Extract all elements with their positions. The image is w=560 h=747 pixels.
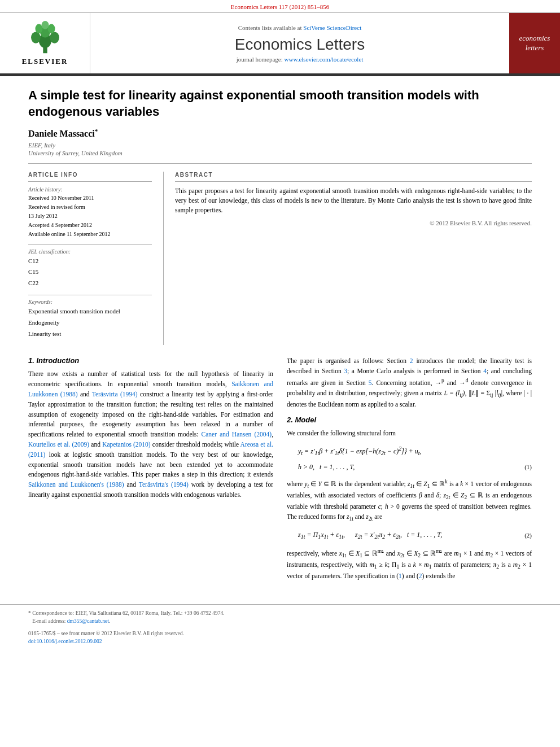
eq2-text: z1t = Π1x1t + ε1t, z2t = x′2tπ2 + ε2t, t… <box>298 529 442 542</box>
abstract-label: Abstract <box>175 172 532 178</box>
intro-paragraph: There now exists a number of statistical… <box>28 369 273 500</box>
svg-point-6 <box>47 24 55 33</box>
journal-title: Economics Letters <box>102 36 498 54</box>
svg-point-5 <box>35 24 42 33</box>
sec4-link[interactable]: 4 <box>483 368 487 374</box>
keyword-3: Linearity test <box>28 329 152 340</box>
jel-c22: C22 <box>28 278 152 289</box>
date-3: 13 July 2012 <box>28 212 152 221</box>
author-sup: * <box>95 128 98 134</box>
model-intro: We consider the following structural for… <box>287 429 532 439</box>
sec3-link[interactable]: 3 <box>344 368 347 374</box>
author-name: Daniele Massacci* <box>28 128 532 139</box>
intro-heading: 1. Introduction <box>28 356 273 365</box>
eq2-number-label: (2) <box>524 530 532 541</box>
sec2-link[interactable]: 2 <box>410 357 413 364</box>
elsevier-logo-section: ELSEVIER <box>0 13 90 73</box>
eq1-number-label: (1) <box>524 462 532 473</box>
elsevier-label: ELSEVIER <box>22 57 68 66</box>
model-para-3: respectively, where x1t ∈ X1 ⊆ ℝm₁ and x… <box>287 547 532 582</box>
keywords-list: Exponential smooth transition model Endo… <box>28 306 152 339</box>
keywords-group: Keywords: Exponential smooth transition … <box>28 299 152 339</box>
jel-divider <box>28 244 152 245</box>
date-4: Accepted 4 September 2012 <box>28 221 152 230</box>
body-columns: 1. Introduction There now exists a numbe… <box>28 356 532 587</box>
abstract-divider <box>175 181 532 182</box>
journal-header: ELSEVIER Contents lists available at Sci… <box>0 13 560 75</box>
doi-link[interactable]: doi:10.1016/j.econlet.2012.09.002 <box>28 639 102 644</box>
eq1-ref[interactable]: 1 <box>399 573 402 579</box>
footnote-license: 0165-1765/$ – see front matter © 2012 El… <box>28 630 532 637</box>
keyword-2: Endogeneity <box>28 317 152 329</box>
svg-point-3 <box>50 32 59 43</box>
journal-badge: economics letters <box>509 13 560 73</box>
info-divider <box>28 181 152 182</box>
equation-2-block: z1t = Π1x1t + ε1t, z2t = x′2tπ2 + ε2t, t… <box>298 529 532 542</box>
footnote-doi: doi:10.1016/j.econlet.2012.09.002 <box>28 637 532 645</box>
abstract-text: This paper proposes a test for linearity… <box>175 186 532 216</box>
journal-title-section: Contents lists available at SciVerse Sci… <box>90 13 509 73</box>
equation-1-block: yt = z′1tβ + z′1tδ{1 − exp[−h(z2t − c)2]… <box>298 444 532 473</box>
jel-codes: C12 C15 C22 <box>28 256 152 289</box>
keyword-1: Exponential smooth transition model <box>28 306 152 317</box>
history-dates: Received 10 November 2011 Received in re… <box>28 194 152 239</box>
jel-group: JEL classification: C12 C15 C22 <box>28 248 152 289</box>
footnote-email: E-mail address: dm355@cantab.net. <box>28 617 532 625</box>
article-footer: * Correspondence to: EIEF, Via Sallustia… <box>0 604 560 650</box>
sciverse-line: Contents lists available at SciVerse Sci… <box>102 24 498 31</box>
model-heading: 2. Model <box>287 416 532 424</box>
citation-text: Economics Letters 117 (2012) 851–856 <box>231 3 329 10</box>
article-title: A simple test for linearity against expo… <box>28 88 532 120</box>
terasvirta2-link[interactable]: Teräsvirta's (1994) <box>139 481 189 488</box>
badge-line1: economics <box>519 34 550 43</box>
title-divider <box>28 163 532 164</box>
kapetanios-link[interactable]: Kapetanios (2010) <box>102 441 151 448</box>
saikkonen2-link[interactable]: Saikkonen and Luukkonen's (1988) <box>28 481 124 488</box>
affiliation-2: University of Surrey, United Kingdom <box>28 150 532 156</box>
badge-content: economics letters <box>519 34 550 53</box>
article-info-label: Article Info <box>28 172 152 178</box>
author-name-text: Daniele Massacci <box>28 129 95 139</box>
eq2-line: z1t = Π1x1t + ε1t, z2t = x′2tπ2 + ε2t, t… <box>298 529 532 542</box>
eq1-line: yt = z′1tβ + z′1tδ{1 − exp[−h(z2t − c)2]… <box>298 444 532 458</box>
footnote-star: * Correspondence to: EIEF, Via Sallustia… <box>28 609 532 617</box>
history-group: Article history: Received 10 November 20… <box>28 186 152 239</box>
model-para-2: where yt ∈ Y ⊆ ℝ is the dependent variab… <box>287 478 532 523</box>
badge-line2: letters <box>519 43 550 53</box>
article-content: A simple test for linearity against expo… <box>0 76 560 599</box>
right-column: The paper is organised as follows: Secti… <box>287 356 532 587</box>
homepage-link[interactable]: www.elsevier.com/locate/ecolet <box>285 56 364 63</box>
journal-homepage: journal homepage: www.elsevier.com/locat… <box>102 56 498 63</box>
info-abstract-section: Article Info Article history: Received 1… <box>28 172 532 346</box>
sciverse-link[interactable]: SciVerse ScienceDirect <box>303 24 361 31</box>
intro-continuation: The paper is organised as follows: Secti… <box>287 356 532 409</box>
jel-c15: C15 <box>28 267 152 278</box>
keywords-divider <box>28 295 152 295</box>
date-5: Available online 11 September 2012 <box>28 230 152 239</box>
kourtellos-link[interactable]: Kourtellos et al. (2009) <box>28 441 89 448</box>
elsevier-logo: ELSEVIER <box>22 21 68 66</box>
terasvirta-link[interactable]: Teräsvirta (1994) <box>92 391 138 397</box>
left-column: 1. Introduction There now exists a numbe… <box>28 356 273 587</box>
eq1-text: yt = z′1tβ + z′1tδ{1 − exp[−h(z2t − c)2]… <box>298 444 422 458</box>
article-abstract: Abstract This paper proposes a test for … <box>164 172 532 346</box>
jel-c12: C12 <box>28 256 152 267</box>
caner-link[interactable]: Caner and Hansen (2004) <box>202 431 272 438</box>
date-1: Received 10 November 2011 <box>28 194 152 203</box>
svg-point-2 <box>31 32 41 43</box>
email-link[interactable]: dm355@cantab.net <box>67 618 109 624</box>
elsevier-tree-icon <box>23 21 68 55</box>
eq1b-line: h > 0, t = 1, . . . , T, (1) <box>298 461 532 474</box>
history-label: Article history: <box>28 186 152 193</box>
jel-label: JEL classification: <box>28 248 152 255</box>
article-info: Article Info Article history: Received 1… <box>28 172 164 346</box>
copyright-text: © 2012 Elsevier B.V. All rights reserved… <box>175 220 532 226</box>
keywords-label: Keywords: <box>28 299 152 305</box>
journal-citation: Economics Letters 117 (2012) 851–856 <box>0 0 560 13</box>
svg-point-7 <box>41 21 49 29</box>
eq1b-text: h > 0, t = 1, . . . , T, <box>298 461 355 474</box>
saikkonen-link[interactable]: Saikkonen and Luukkonen (1988) <box>28 381 273 397</box>
sec5-link[interactable]: 5 <box>369 379 372 386</box>
eq2-ref[interactable]: 2 <box>419 573 422 579</box>
date-2: Received in revised form <box>28 203 152 212</box>
